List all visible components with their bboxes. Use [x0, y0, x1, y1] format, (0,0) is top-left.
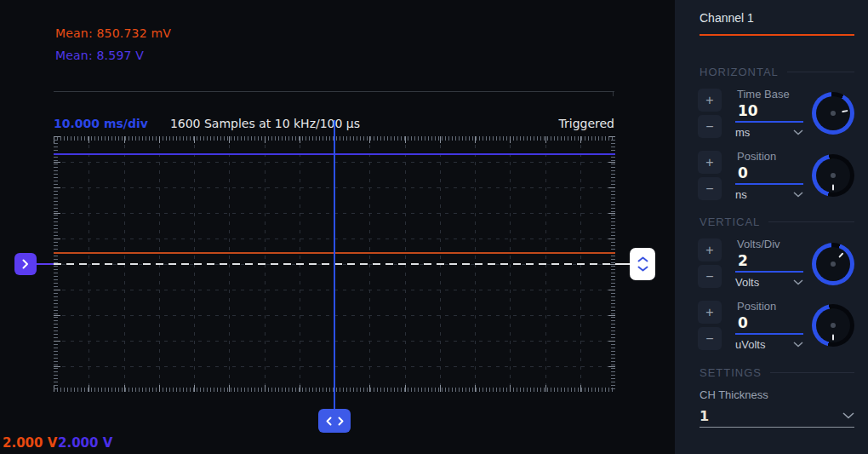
time-position-line	[334, 120, 335, 409]
trigger-status: Triggered	[559, 117, 614, 130]
knob-indicator	[842, 110, 848, 112]
timebase-increment-button[interactable]: +	[698, 89, 722, 112]
ch2-mean-readout: Mean: 8.597 V	[55, 49, 144, 62]
chevron-up-icon[interactable]	[637, 256, 648, 262]
heading-rule	[787, 72, 854, 72]
chevron-down-icon	[842, 412, 854, 419]
settings-section-heading: SETTINGS	[700, 366, 854, 379]
chevron-down-icon[interactable]	[637, 266, 648, 272]
hposition-value-input[interactable]: 0	[738, 164, 748, 181]
timebase-underline	[735, 121, 803, 123]
channel-offset-connector	[37, 263, 54, 265]
heading-rule	[770, 372, 854, 373]
offset-stepper-connector	[615, 263, 630, 265]
timebase-value-input[interactable]: 10	[738, 102, 758, 119]
chevron-down-icon	[793, 129, 803, 135]
vposition-increment-button[interactable]: +	[698, 301, 722, 324]
voltsdiv-knob[interactable]	[812, 243, 854, 285]
vposition-unit-dropdown[interactable]: uVolts	[735, 338, 803, 351]
vposition-knob[interactable]	[812, 304, 854, 347]
chevron-down-icon	[793, 279, 803, 285]
plot-top-separator-tick	[613, 91, 614, 96]
ch2-scale-readout: 2.000 V	[58, 435, 112, 451]
voltsdiv-underline	[735, 271, 803, 273]
offset-stepper[interactable]	[630, 248, 655, 280]
ch-thickness-underline	[700, 427, 854, 428]
channel-offset-handle[interactable]	[14, 253, 37, 275]
vposition-label: Position	[737, 300, 776, 313]
hposition-decrement-button[interactable]: −	[698, 177, 722, 200]
timebase-label: Time Base	[737, 88, 790, 101]
voltsdiv-value-input[interactable]: 2	[738, 252, 748, 269]
chevron-down-icon	[793, 342, 803, 348]
hposition-increment-button[interactable]: +	[698, 151, 722, 174]
timebase-unit-dropdown[interactable]: ms	[735, 126, 803, 139]
hposition-unit-dropdown[interactable]: ns	[735, 188, 803, 201]
timebase-knob[interactable]	[812, 92, 854, 135]
chevron-left-icon	[326, 417, 332, 426]
chevron-right-icon	[338, 417, 344, 426]
voltsdiv-unit-dropdown[interactable]: Volts	[735, 276, 803, 289]
samples-readout: 1600 Samples at 10 kHz/100 µs	[170, 117, 360, 130]
vposition-value-input[interactable]: 0	[738, 314, 748, 331]
channel-title: Channel 1	[700, 11, 754, 25]
vertical-section-heading: VERTICAL	[700, 216, 854, 228]
ch-thickness-label: CH Thickness	[700, 388, 768, 401]
time-position-handle[interactable]	[318, 409, 351, 433]
horizontal-section-heading: HORIZONTAL	[700, 66, 854, 78]
hposition-underline	[735, 183, 803, 185]
oscilloscope-app: Mean: 850.732 mV Mean: 8.597 V 10.000 ms…	[0, 0, 868, 454]
voltsdiv-increment-button[interactable]: +	[698, 238, 722, 261]
knob-indicator	[838, 252, 843, 258]
ch-thickness-value: 1	[700, 408, 709, 424]
plot-top-separator	[54, 91, 614, 92]
voltsdiv-decrement-button[interactable]: −	[698, 265, 722, 288]
voltsdiv-label: Volts/Div	[737, 238, 780, 250]
ch1-scale-readout: 2.000 V	[3, 435, 57, 451]
hposition-label: Position	[737, 150, 776, 163]
chevron-right-icon	[22, 259, 29, 269]
ch1-mean-readout: Mean: 850.732 mV	[55, 26, 171, 40]
knob-indicator	[832, 335, 834, 341]
channel-settings-panel: Channel 1 HORIZONTAL + − Time Base 10 ms…	[675, 0, 868, 454]
vposition-decrement-button[interactable]: −	[698, 327, 722, 350]
channel-title-rule	[700, 34, 854, 36]
timebase-decrement-button[interactable]: −	[698, 115, 722, 138]
hposition-knob[interactable]	[812, 154, 854, 197]
knob-indicator	[832, 185, 834, 191]
heading-rule	[768, 221, 854, 222]
ch-thickness-dropdown[interactable]: 1	[700, 405, 854, 426]
vposition-underline	[735, 333, 803, 335]
timebase-readout: 10.000 ms/div	[54, 117, 148, 130]
chevron-down-icon	[793, 192, 803, 198]
